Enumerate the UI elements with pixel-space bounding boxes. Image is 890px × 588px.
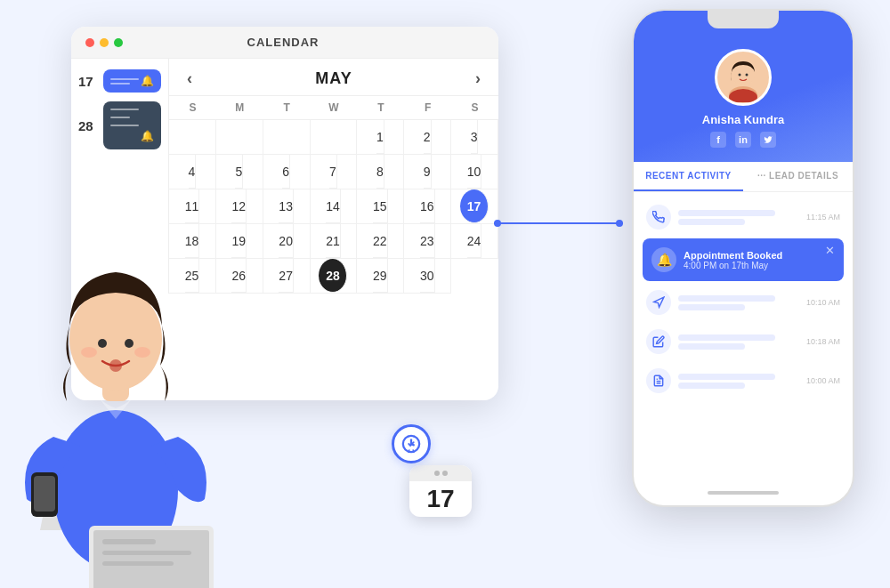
cal-day-28[interactable]: 28 bbox=[311, 259, 358, 294]
appointment-title: Appointment Booked bbox=[684, 250, 835, 261]
cal-day-empty-3 bbox=[263, 120, 311, 155]
facebook-icon[interactable]: f bbox=[710, 132, 726, 148]
tab-recent-activity[interactable]: RECENT ACTIVITY bbox=[634, 162, 743, 191]
edit-icon bbox=[646, 329, 671, 354]
cal-day-3[interactable]: 3 bbox=[451, 120, 498, 155]
cal-day-6[interactable]: 6 bbox=[263, 155, 311, 189]
activity-item-call: 11:15 AM bbox=[643, 199, 844, 235]
cal-day-27[interactable]: 27 bbox=[263, 259, 311, 294]
dot-red[interactable] bbox=[85, 38, 94, 47]
cal-day-10[interactable]: 10 bbox=[451, 155, 498, 189]
date-badge: 17 bbox=[409, 465, 472, 517]
svg-rect-22 bbox=[102, 539, 156, 544]
activity-item-document: 10:00 AM bbox=[643, 363, 844, 399]
avatar-illustration bbox=[718, 52, 768, 102]
bell-icon-2: 🔔 bbox=[141, 130, 154, 142]
cal-day-13[interactable]: 13 bbox=[263, 189, 311, 224]
svg-rect-24 bbox=[102, 561, 174, 566]
calendar-header: ‹ MAY › bbox=[169, 59, 498, 95]
cal-day-16[interactable]: 16 bbox=[404, 189, 451, 224]
cal-day-20[interactable]: 20 bbox=[263, 224, 311, 259]
svg-rect-20 bbox=[93, 530, 209, 588]
svg-point-15 bbox=[81, 347, 97, 358]
svg-point-12 bbox=[98, 339, 107, 348]
cal-day-4[interactable]: 4 bbox=[169, 155, 216, 189]
activity-item-appointment: ✕ 🔔 Appointment Booked 4:00 PM on 17th M… bbox=[643, 238, 844, 281]
phone-tabs: RECENT ACTIVITY ··· LEAD DETAILS bbox=[634, 162, 853, 192]
cal-day-30[interactable]: 30 bbox=[404, 259, 451, 294]
calendar-month: MAY bbox=[315, 69, 352, 88]
cal-day-14[interactable]: 14 bbox=[311, 189, 358, 224]
navigation-icon bbox=[646, 290, 671, 315]
svg-marker-5 bbox=[654, 297, 664, 307]
user-name: Anisha Kundra bbox=[702, 113, 784, 126]
svg-point-3 bbox=[739, 74, 741, 77]
doc-text-lines bbox=[678, 374, 799, 389]
nav-time: 10:10 AM bbox=[806, 298, 840, 307]
cal-day-22[interactable]: 22 bbox=[357, 224, 404, 259]
svg-point-16 bbox=[134, 347, 150, 358]
cal-day-23[interactable]: 23 bbox=[404, 224, 451, 259]
person-illustration bbox=[0, 188, 267, 588]
svg-point-14 bbox=[109, 359, 122, 372]
call-text-lines bbox=[678, 210, 799, 225]
cal-day-7[interactable]: 7 bbox=[311, 155, 358, 189]
bell-icon: 🔔 bbox=[141, 75, 154, 87]
nav-text-lines bbox=[678, 295, 799, 310]
activity-list: 11:15 AM ✕ 🔔 Appointment Booked 4:00 PM … bbox=[634, 192, 853, 406]
cal-day-17[interactable]: 17 bbox=[451, 189, 498, 224]
day-header-f: F bbox=[404, 96, 451, 119]
prev-month-button[interactable]: ‹ bbox=[187, 69, 192, 88]
avatar bbox=[715, 49, 772, 106]
appointment-bell-icon: 🔔 bbox=[651, 247, 676, 272]
appointment-text: Appointment Booked 4:00 PM on 17th May bbox=[684, 250, 835, 270]
cal-day-15[interactable]: 15 bbox=[357, 189, 404, 224]
connector-line bbox=[494, 222, 623, 224]
svg-rect-18 bbox=[34, 476, 55, 511]
cal-day-8[interactable]: 8 bbox=[357, 155, 404, 189]
cal-day-29[interactable]: 29 bbox=[357, 259, 404, 294]
activity-item-navigation: 10:10 AM bbox=[643, 285, 844, 320]
cal-day-2[interactable]: 2 bbox=[404, 120, 451, 155]
tab-lead-details[interactable]: ··· LEAD DETAILS bbox=[743, 162, 853, 191]
sidebar-event-28: 28 🔔 bbox=[78, 101, 161, 149]
clock-badge bbox=[392, 424, 431, 463]
cal-day-5[interactable]: 5 bbox=[216, 155, 263, 189]
window-titlebar: CALENDAR bbox=[71, 27, 498, 59]
person-svg bbox=[0, 188, 249, 588]
cal-day-1[interactable]: 1 bbox=[357, 120, 404, 155]
day-header-w: W bbox=[311, 96, 358, 119]
edit-time: 10:18 AM bbox=[806, 337, 840, 346]
cal-day-empty-1 bbox=[169, 120, 216, 155]
day-header-s2: S bbox=[451, 96, 498, 119]
cal-day-24[interactable]: 24 bbox=[451, 224, 498, 259]
cal-day-empty-4 bbox=[311, 120, 358, 155]
date-badge-top bbox=[409, 465, 472, 481]
svg-rect-23 bbox=[102, 551, 191, 555]
cal-day-9[interactable]: 9 bbox=[404, 155, 451, 189]
window-title: CALENDAR bbox=[128, 36, 438, 49]
close-icon[interactable]: ✕ bbox=[825, 244, 835, 257]
svg-point-4 bbox=[746, 74, 748, 77]
phone-profile-header: Anisha Kundra f in bbox=[634, 11, 853, 162]
activity-item-edit: 10:18 AM bbox=[643, 324, 844, 359]
next-month-button[interactable]: › bbox=[475, 69, 481, 88]
doc-time: 10:00 AM bbox=[806, 376, 840, 385]
call-icon bbox=[646, 205, 671, 230]
phone-notch bbox=[708, 11, 779, 28]
call-time: 11:15 AM bbox=[806, 213, 840, 222]
svg-point-11 bbox=[69, 287, 162, 391]
document-icon bbox=[646, 368, 671, 393]
day-header-t1: T bbox=[263, 96, 311, 119]
calendar-days-header: S M T W T F S bbox=[169, 95, 498, 120]
social-icons: f in bbox=[710, 132, 776, 148]
cal-day-21[interactable]: 21 bbox=[311, 224, 358, 259]
twitter-icon[interactable] bbox=[760, 132, 776, 148]
linkedin-icon[interactable]: in bbox=[735, 132, 751, 148]
edit-text-lines bbox=[678, 334, 799, 350]
dot-green[interactable] bbox=[114, 38, 123, 47]
phone-mockup: Anisha Kundra f in RECENT ACTIVITY ··· L… bbox=[632, 9, 854, 507]
day-header-t2: T bbox=[357, 96, 404, 119]
cal-day-empty-2 bbox=[216, 120, 263, 155]
dot-yellow[interactable] bbox=[100, 38, 109, 47]
